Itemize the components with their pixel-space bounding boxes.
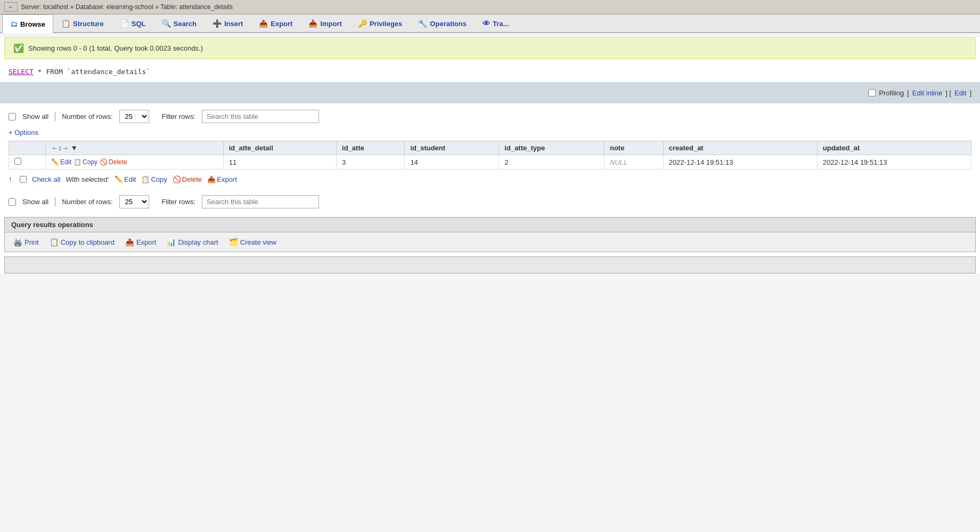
sql-rest: * FROM `attendance_details` [34,68,150,76]
tab-sql[interactable]: 📄 SQL [112,14,154,32]
tab-insert[interactable]: ➕ Insert [205,14,251,32]
qr-export-link[interactable]: 📤 Export [125,238,157,246]
th-checkbox [9,141,46,155]
td-created-at: 2022-12-14 19:51:13 [663,155,817,170]
with-selected-label: With selected: [66,175,109,183]
row-edit-link[interactable]: ✏️ Edit [51,158,71,166]
check-all-checkbox[interactable] [20,176,27,183]
num-rows-select-top[interactable]: 25 50 100 250 500 [119,110,149,123]
show-all-checkbox-top[interactable] [9,113,16,120]
sql-keyword: SELECT [9,68,34,76]
export-icon: 📤 [259,19,268,28]
profiling-label: Profiling [879,89,904,97]
tab-structure[interactable]: 📋 Structure [53,14,112,32]
check-all-link[interactable]: Check all [32,175,60,183]
num-rows-select-bottom[interactable]: 25 50 100 250 500 [119,195,149,208]
show-all-label-bottom: Show all [22,198,48,206]
td-id-atte: 3 [337,155,405,170]
row-checkbox[interactable] [14,158,21,165]
divider-top [55,112,55,122]
profiling-area: Profiling [ Edit inline ] [ Edit ] [868,89,971,97]
tab-privileges-label: Privileges [370,20,402,28]
tab-operations-label: Operations [430,20,467,28]
table-row: ✏️ Edit 📋 Copy 🚫 Delete [9,155,971,170]
sql-icon: 📄 [120,19,129,28]
th-id-student[interactable]: id_student [405,141,499,155]
tab-browse[interactable]: 🗂 Browse [2,14,53,33]
data-table: ←↕→ ▼ id_atte_detail id_atte id_student [9,141,971,170]
copy-icon: 📋 [74,158,81,166]
tab-search-label: Search [174,20,197,28]
filter-input-bottom[interactable] [202,195,319,208]
filter-label-top: Filter rows: [162,112,196,120]
browse-icon: 🗂 [10,20,18,28]
col-sort-dropdown[interactable]: ▼ [71,144,78,152]
print-link[interactable]: 🖨️ Print [13,238,39,246]
success-message: Showing rows 0 - 0 (1 total, Query took … [28,44,203,52]
create-view-link[interactable]: 🗂️ Create view [229,238,277,246]
th-note[interactable]: note [604,141,663,155]
check-all-delete-link[interactable]: 🚫 Delete [173,175,202,183]
copy-clipboard-link[interactable]: 📋 Copy to clipboard [50,238,115,246]
tab-import-label: Import [320,20,341,28]
tab-tracking[interactable]: 👁 Tra... [475,14,517,32]
back-button[interactable]: ← [4,2,18,12]
tab-import[interactable]: 📥 Import [300,14,349,32]
filter-label-bottom: Filter rows: [162,198,196,206]
check-edit-icon: ✏️ [115,175,123,183]
create-view-icon: 🗂️ [229,238,238,246]
tab-privileges[interactable]: 🔑 Privileges [350,14,410,32]
th-actions: ←↕→ ▼ [46,141,223,155]
th-created-at[interactable]: created_at [663,141,817,155]
td-id-atte-detail: 11 [223,155,336,170]
edit-link[interactable]: Edit [954,89,966,97]
profiling-separator: ] [ [945,89,951,97]
tab-structure-label: Structure [73,20,104,28]
display-chart-link[interactable]: 📊 Display chart [167,238,218,246]
th-id-atte-type[interactable]: id_atte_type [499,141,605,155]
edit-inline-link[interactable]: Edit inline [912,89,942,97]
qr-export-icon: 📤 [125,238,134,246]
tab-search[interactable]: 🔍 Search [154,14,205,32]
td-id-student: 14 [405,155,499,170]
main-content: ✅ Showing rows 0 - 0 (1 total, Query too… [0,37,980,273]
chart-icon: 📊 [167,238,176,246]
query-results-title: Query results operations [5,217,975,232]
filter-input-top[interactable] [202,110,319,123]
tab-export[interactable]: 📤 Export [251,14,300,32]
th-id-atte[interactable]: id_atte [337,141,405,155]
row-delete-link[interactable]: 🚫 Delete [100,158,127,166]
check-all-edit-link[interactable]: ✏️ Edit [115,175,136,183]
options-link[interactable]: + Options [9,128,38,136]
query-results-box: Query results operations 🖨️ Print 📋 Copy… [4,217,976,252]
tab-sql-label: SQL [132,20,146,28]
check-export-icon: 📤 [207,175,216,183]
bottom-controls-row: Show all Number of rows: 25 50 100 250 5… [0,189,980,213]
td-note: NULL [604,155,663,170]
tab-export-label: Export [271,20,292,28]
show-all-checkbox-bottom[interactable] [9,198,16,206]
profiling-bracket-close: ] [969,89,971,97]
tab-insert-label: Insert [224,20,243,28]
tab-operations[interactable]: 🔧 Operations [410,14,475,32]
check-all-export-link[interactable]: 📤 Export [207,175,237,183]
check-all-copy-link[interactable]: 📋 Copy [141,175,167,183]
import-icon: 📥 [308,19,317,28]
num-rows-label-top: Number of rows: [62,112,112,120]
sql-display: SELECT * FROM `attendance_details` [0,63,980,82]
row-copy-link[interactable]: 📋 Copy [74,158,97,166]
col-sort-arrows: ←↕→ [51,144,69,152]
tracking-icon: 👁 [483,19,490,28]
check-delete-icon: 🚫 [173,175,181,183]
bottom-empty-box [4,256,976,273]
privileges-icon: 🔑 [358,19,367,28]
structure-icon: 📋 [61,19,70,28]
td-id-atte-type: 2 [499,155,605,170]
tab-tracking-label: Tra... [493,20,509,28]
profiling-bracket-open: [ [907,89,909,97]
th-id-atte-detail[interactable]: id_atte_detail [223,141,336,155]
title-bar: ← Server: localhost » Database: elearnin… [0,0,980,14]
th-updated-at[interactable]: updated_at [817,141,971,155]
profiling-checkbox[interactable] [868,89,876,96]
td-row-actions: ✏️ Edit 📋 Copy 🚫 Delete [46,155,223,170]
